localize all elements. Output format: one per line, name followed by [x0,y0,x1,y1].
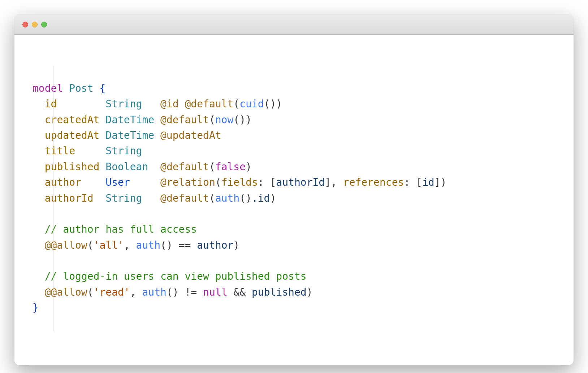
operator-ne: != [185,286,197,298]
minimize-icon[interactable] [32,22,38,27]
attr-default: @default [185,98,233,110]
window-titlebar [14,14,574,35]
field-name: id [45,98,57,110]
field-name: authorId [45,192,94,204]
field-name: author [45,176,81,188]
string-literal: 'all' [94,239,124,251]
param-references: references [343,176,404,188]
func-cuid: cuid [239,98,264,110]
identifier: author [197,239,233,251]
field-type: DateTime [105,129,154,141]
field-type: Boolean [105,161,148,173]
param-value: id [422,176,434,188]
literal-false: false [215,161,246,173]
attr-allow: @@allow [45,239,87,251]
string-literal: 'read' [94,286,130,298]
indent-guide [53,66,53,331]
code-editor: model Post { id String @id @default(cuid… [14,35,574,365]
code-window: model Post { id String @id @default(cuid… [14,14,574,365]
operator-eq: == [179,239,191,251]
prop-id: .id [252,192,270,204]
close-brace: } [33,302,39,314]
identifier: published [252,286,307,298]
attr-allow: @@allow [45,286,87,298]
func-auth: auth [142,286,166,298]
field-type: User [105,176,130,188]
attr-id: @id [160,98,179,110]
keyword-model: model [33,82,63,94]
code-comment: // logged-in users can view published po… [45,270,307,282]
func-auth: auth [215,192,239,204]
attr-default: @default [160,161,209,173]
field-type: String [105,192,142,204]
param-value: authorId [276,176,325,188]
attr-default: @default [160,114,209,126]
keyword-null: null [203,286,227,298]
close-icon[interactable] [22,22,28,27]
open-brace: { [99,82,105,94]
field-type: String [105,145,142,157]
maximize-icon[interactable] [41,22,47,27]
func-auth: auth [136,239,160,251]
func-now: now [215,114,234,126]
field-type: DateTime [105,114,154,126]
code-comment: // author has full access [45,223,197,235]
attr-relation: @relation [160,176,215,188]
param-fields: fields [221,176,258,188]
model-name: Post [69,82,93,94]
field-name: title [45,145,75,157]
field-type: String [105,98,142,110]
attr-updatedat: @updatedAt [160,129,221,141]
attr-default: @default [160,192,209,204]
operator-and: && [233,286,246,298]
